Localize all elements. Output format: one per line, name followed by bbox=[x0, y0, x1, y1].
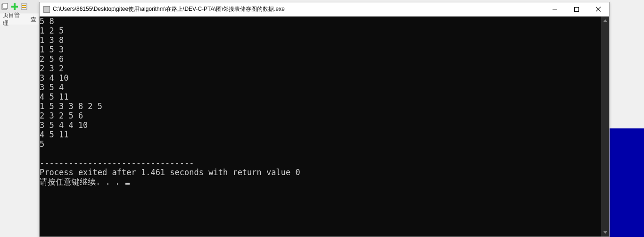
close-icon bbox=[595, 7, 601, 12]
vertical-scrollbar[interactable] bbox=[601, 17, 609, 237]
svg-rect-4 bbox=[22, 7, 26, 8]
console-prompt: 请按任意键继续. . . bbox=[40, 177, 124, 186]
console-output[interactable]: 5 8 1 2 5 1 3 8 1 5 3 2 5 6 2 3 2 3 4 10… bbox=[40, 17, 601, 237]
ide-menubar: 页目管理 查 bbox=[0, 14, 39, 25]
svg-rect-2 bbox=[21, 4, 27, 9]
console-body: 5 8 1 2 5 1 3 8 1 5 3 2 5 6 2 3 2 3 4 10… bbox=[40, 17, 609, 237]
close-button[interactable] bbox=[587, 2, 609, 16]
scrollbar-down-button[interactable] bbox=[601, 229, 609, 237]
console-line: 3 4 10 bbox=[40, 73, 68, 83]
console-line: 2 3 2 5 6 bbox=[40, 111, 83, 120]
right-blue-panel bbox=[609, 128, 644, 237]
toolbar-item-icon[interactable] bbox=[1, 2, 9, 11]
console-line: -------------------------------- bbox=[40, 158, 194, 168]
svg-rect-3 bbox=[22, 5, 26, 6]
scrollbar-up-button[interactable] bbox=[601, 17, 609, 25]
console-line: 2 5 6 bbox=[40, 54, 64, 64]
maximize-icon bbox=[574, 7, 579, 12]
console-line: 1 2 5 bbox=[40, 26, 64, 35]
menu-search[interactable]: 查 bbox=[28, 16, 39, 24]
window-title: C:\Users\86155\Desktop\gitee使用\algorithm… bbox=[53, 5, 544, 13]
add-icon[interactable] bbox=[10, 2, 19, 11]
console-line: 3 5 4 4 10 bbox=[40, 120, 88, 130]
console-line: 5 8 bbox=[40, 17, 54, 26]
window-controls bbox=[544, 2, 609, 16]
chevron-up-icon bbox=[603, 19, 607, 22]
svg-rect-1 bbox=[3, 3, 8, 8]
console-window: C:\Users\86155\Desktop\gitee使用\algorithm… bbox=[39, 2, 610, 237]
console-line: 4 5 11 bbox=[40, 92, 68, 102]
chevron-down-icon bbox=[603, 231, 607, 234]
cursor-icon bbox=[125, 183, 130, 185]
app-icon bbox=[43, 6, 50, 13]
minimize-button[interactable] bbox=[544, 2, 566, 16]
console-line: 1 5 3 bbox=[40, 45, 64, 54]
console-line: 4 5 11 bbox=[40, 130, 68, 139]
menu-project-manage[interactable]: 页目管理 bbox=[0, 11, 28, 27]
maximize-button[interactable] bbox=[566, 2, 587, 16]
console-line: 3 5 4 bbox=[40, 83, 64, 92]
console-line: 2 3 2 bbox=[40, 64, 64, 73]
titlebar[interactable]: C:\Users\86155\Desktop\gitee使用\algorithm… bbox=[40, 2, 609, 17]
console-line: Process exited after 1.461 seconds with … bbox=[40, 168, 300, 177]
console-line: 1 3 8 bbox=[40, 35, 64, 45]
console-line: 5 bbox=[40, 139, 44, 149]
toolbar-item-2-icon[interactable] bbox=[20, 2, 28, 11]
console-line: 1 5 3 3 8 2 5 bbox=[40, 102, 102, 111]
minimize-icon bbox=[553, 9, 557, 9]
